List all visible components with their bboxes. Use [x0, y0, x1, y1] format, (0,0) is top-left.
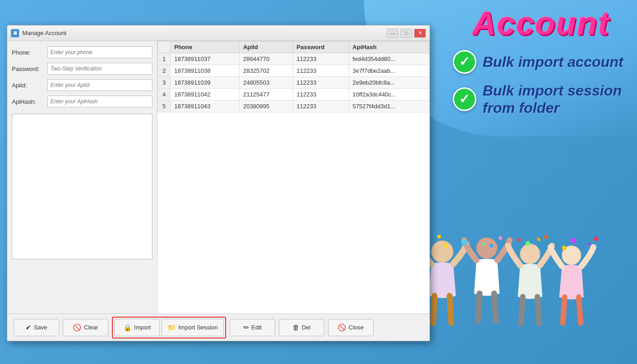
- clear-button[interactable]: 🚫 Clear: [63, 319, 108, 336]
- svg-point-12: [444, 244, 448, 248]
- notes-textarea[interactable]: [12, 114, 152, 259]
- row-num-3: 3: [158, 77, 171, 89]
- feature-item-2: ✓ Bulk import session from folder: [453, 82, 623, 117]
- cell-apiid-4: 21125477: [239, 89, 293, 101]
- clear-icon: 🚫: [73, 324, 81, 332]
- edit-button[interactable]: ✏ Edit: [230, 319, 275, 336]
- col-num: [158, 41, 171, 53]
- maximize-button[interactable]: □: [400, 29, 412, 38]
- row-num-4: 4: [158, 89, 171, 101]
- svg-point-16: [517, 238, 521, 242]
- feature-item-1: ✓ Bulk import account: [453, 50, 623, 74]
- feature-check-1: ✓: [453, 50, 476, 74]
- import-session-label: Import Session: [178, 324, 218, 331]
- svg-rect-20: [587, 243, 591, 246]
- checkmark-1: ✓: [459, 56, 470, 68]
- table-row[interactable]: 4 18738911042 21125477 112233 10ff2a3dc4…: [158, 89, 430, 101]
- password-label: Password:: [12, 66, 47, 72]
- window-icon: 🖥: [11, 29, 19, 37]
- cell-password-2: 112233: [293, 65, 349, 77]
- table-row[interactable]: 5 18738911043 20380995 112233 57527f4dd3…: [158, 101, 430, 112]
- edit-icon: ✏: [243, 324, 249, 332]
- cell-phone-3: 18738911039: [171, 77, 239, 89]
- account-title: Account: [472, 5, 610, 42]
- save-button[interactable]: ✔ Save: [14, 319, 59, 336]
- phone-input[interactable]: [47, 46, 152, 58]
- cell-password-4: 112233: [293, 89, 349, 101]
- password-input[interactable]: [47, 63, 152, 75]
- del-icon: 🗑: [293, 324, 299, 331]
- apihash-label: ApiHash:: [12, 98, 47, 105]
- svg-point-9: [526, 241, 530, 246]
- window-title: Manage Account: [22, 30, 387, 36]
- svg-point-13: [594, 237, 598, 241]
- form-row-password: Password:: [12, 63, 152, 75]
- title-bar-controls: — □ ✕: [387, 29, 426, 38]
- table-body: 1 18738911037 28644770 112233 fed4d354dd…: [158, 53, 430, 112]
- cell-apihash-3: 2e9eb20bfc8a...: [349, 77, 429, 89]
- cell-phone-4: 18738911042: [171, 89, 239, 101]
- cell-apiid-2: 28325702: [239, 65, 293, 77]
- import-icon: 🔒: [123, 324, 132, 332]
- cell-phone-5: 18738911043: [171, 101, 239, 112]
- phone-label: Phone:: [12, 49, 47, 56]
- svg-point-7: [461, 240, 467, 245]
- cell-apihash-2: 3e7f7dbe2aab...: [349, 65, 429, 77]
- minimize-button[interactable]: —: [387, 29, 399, 38]
- form-row-apiid: ApiId:: [12, 79, 152, 91]
- table-header-row: Phone ApiId Password ApiHash: [158, 41, 430, 53]
- table-row[interactable]: 2 18738911038 28325702 112233 3e7f7dbe2a…: [158, 65, 430, 77]
- svg-point-14: [490, 244, 493, 248]
- form-row-apihash: ApiHash:: [12, 96, 152, 107]
- cell-password-3: 112233: [293, 77, 349, 89]
- import-session-button[interactable]: 📁 Import Session: [162, 319, 224, 336]
- form-panel: Phone: Password: ApiId: ApiHash:: [7, 41, 157, 313]
- window-icon-symbol: 🖥: [13, 30, 17, 35]
- table-row[interactable]: 1 18738911037 28644770 112233 fed4d354dd…: [158, 53, 430, 65]
- apiid-label: ApiId:: [12, 82, 47, 89]
- import-label: Import: [134, 324, 151, 331]
- svg-point-15: [562, 246, 566, 250]
- manage-account-window: 🖥 Manage Account — □ ✕ Phone: Password: …: [7, 25, 430, 341]
- svg-point-2: [476, 238, 497, 258]
- col-apihash: ApiHash: [349, 41, 429, 53]
- import-session-icon: 📁: [167, 324, 176, 332]
- cell-apihash-5: 57527f4dd3d1...: [349, 101, 429, 112]
- apihash-input[interactable]: [47, 96, 152, 107]
- row-num-2: 2: [158, 65, 171, 77]
- feature-text-1: Bulk import account: [483, 53, 623, 71]
- svg-point-1: [431, 241, 453, 263]
- svg-point-6: [437, 235, 441, 238]
- close-button[interactable]: 🚫 Close: [328, 319, 374, 336]
- svg-point-11: [571, 238, 576, 243]
- title-bar: 🖥 Manage Account — □ ✕: [7, 25, 430, 41]
- table-row[interactable]: 3 18738911039 24805503 112233 2e9eb20bfc…: [158, 77, 430, 89]
- row-num-5: 5: [158, 101, 171, 112]
- table-panel: Phone ApiId Password ApiHash 1 187389110…: [157, 41, 430, 313]
- edit-label: Edit: [252, 324, 262, 331]
- del-label: Del: [302, 324, 311, 331]
- cell-apihash-1: fed4d354dd80...: [349, 53, 429, 65]
- cell-apiid-5: 20380995: [239, 101, 293, 112]
- accounts-table: Phone ApiId Password ApiHash 1 187389110…: [157, 41, 430, 112]
- save-label: Save: [34, 324, 47, 331]
- close-icon: 🚫: [338, 324, 346, 332]
- svg-point-3: [520, 244, 540, 264]
- import-button[interactable]: 🔒 Import: [114, 319, 160, 336]
- svg-point-8: [499, 236, 502, 240]
- row-num-1: 1: [158, 53, 171, 65]
- svg-point-10: [544, 235, 548, 239]
- svg-rect-19: [536, 237, 541, 242]
- cell-apiid-1: 28644770: [239, 53, 293, 65]
- checkmark-2: ✓: [459, 93, 470, 106]
- col-apiid: ApiId: [239, 41, 293, 53]
- cell-password-5: 112233: [293, 101, 349, 112]
- features-list: ✓ Bulk import account ✓ Bulk import sess…: [453, 50, 623, 125]
- apiid-input[interactable]: [47, 79, 152, 91]
- cell-apiid-3: 24805503: [239, 77, 293, 89]
- import-group: 🔒 Import 📁 Import Session: [112, 317, 226, 339]
- del-button[interactable]: 🗑 Del: [279, 319, 324, 336]
- window-close-button[interactable]: ✕: [414, 29, 426, 38]
- close-label: Close: [349, 324, 364, 331]
- feature-text-2: Bulk import session from folder: [483, 82, 622, 117]
